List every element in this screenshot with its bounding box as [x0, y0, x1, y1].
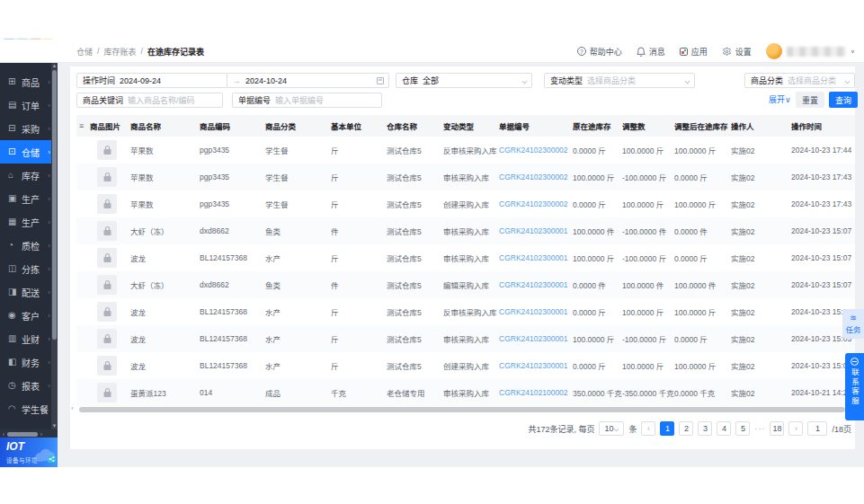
- keyword-input[interactable]: 商品关键词 输入商品名称/编码: [76, 93, 223, 108]
- production2-icon: ▦: [8, 217, 20, 226]
- sidebar-item-orders[interactable]: ▤订单›: [0, 93, 58, 117]
- doc-no-link[interactable]: CGRK24102300001: [499, 307, 573, 316]
- doc-no-link[interactable]: CGRK24102300001: [499, 226, 573, 235]
- sidebar-item-meal[interactable]: ◠学生餐: [0, 397, 58, 420]
- sidebar-item-inventory[interactable]: ⌂库存›: [0, 164, 58, 187]
- doc-no-link[interactable]: CGRK24102300001: [499, 253, 573, 262]
- doc-no-link[interactable]: CGRK24102300001: [499, 361, 573, 370]
- sidebar-item-production2[interactable]: ▦生产›: [0, 210, 58, 234]
- topbar-action-help[interactable]: ?帮助中心: [577, 46, 622, 57]
- breadcrumb-item[interactable]: 仓储: [76, 46, 93, 57]
- page-button-4[interactable]: 4: [717, 421, 731, 436]
- chevron-right-icon: ›: [48, 148, 50, 156]
- iot-banner[interactable]: IOT 设备与环境: [0, 438, 62, 467]
- sidebar-item-finance[interactable]: ◧财务›: [0, 350, 58, 374]
- tasks-floating-button[interactable]: ≋ 任务: [842, 309, 864, 339]
- doc-no-link[interactable]: CGRK24102300002: [499, 146, 573, 155]
- sidebar-item-bizfinance[interactable]: ▥业财›: [0, 327, 58, 350]
- doc-no-input[interactable]: 单据编号 输入单据编号: [232, 93, 382, 108]
- scroll-right-icon[interactable]: ›: [38, 431, 45, 438]
- doc-no-link[interactable]: CGRK24102100002: [499, 388, 573, 397]
- sidebar-item-purchase[interactable]: ⊟采购›: [0, 117, 58, 140]
- chevron-down-icon: [685, 79, 690, 84]
- product-image-placeholder: [97, 356, 117, 376]
- category-select[interactable]: 商品分类 选择商品分类: [744, 73, 855, 88]
- page-button-2[interactable]: 2: [679, 421, 693, 436]
- stock-before-cell: 0.0000 斤: [573, 199, 622, 209]
- scrollbar-thumb[interactable]: [79, 407, 845, 412]
- table-row[interactable]: 大虾（冻）dxd8662鱼类件测试仓库5编辑采购入库CGRK2410230000…: [76, 271, 855, 298]
- change-type-select[interactable]: 变动类型 选择商品分类: [544, 73, 695, 88]
- warehouse-name-cell: 测试仓库5: [387, 333, 443, 344]
- table-horizontal-scrollbar[interactable]: [76, 406, 855, 413]
- doc-no-link[interactable]: CGRK24102300002: [499, 199, 573, 208]
- purchase-icon: ⊟: [8, 124, 20, 133]
- sidebar-item-production[interactable]: ▣生产›: [0, 187, 58, 210]
- scrollbar-thumb[interactable]: [52, 70, 57, 340]
- user-menu[interactable]: ∨: [766, 43, 855, 59]
- topbar-action-apps[interactable]: 应用: [680, 46, 708, 57]
- sidebar-item-delivery[interactable]: ◨配送›: [0, 280, 58, 304]
- table-row[interactable]: 波龙BL124157368水产斤测试仓库5审核采购入库CGRK241023000…: [76, 325, 855, 352]
- page-button-3[interactable]: 3: [698, 421, 712, 436]
- scroll-up-icon[interactable]: ▲: [51, 63, 58, 69]
- table-row[interactable]: 蛋黄派123014成品千克老仓储专用审核采购入库CGRK241021000023…: [76, 379, 855, 406]
- table-row[interactable]: 波龙BL124157368水产斤测试仓库5反审核采购入库CGRK24102300…: [76, 298, 855, 325]
- chevron-right-icon: ›: [48, 172, 50, 180]
- product-name-cell: 苹果数: [130, 145, 200, 155]
- breadcrumb-item[interactable]: 在途库存记录表: [147, 46, 204, 57]
- sidebar-item-report[interactable]: ◷报表›: [0, 374, 58, 397]
- expand-filters-link[interactable]: 展开∨: [769, 93, 791, 105]
- page-button-1[interactable]: 1: [660, 421, 674, 436]
- sidebar-item-sorting[interactable]: ◫分拣›: [0, 257, 58, 280]
- column-settings-icon[interactable]: ≡: [76, 121, 90, 130]
- product-category-cell: 鱼类: [265, 225, 331, 236]
- doc-no-placeholder: 输入单据编号: [275, 94, 324, 106]
- base-unit-cell: 斤: [331, 333, 387, 344]
- table-row[interactable]: 苹果数pgp3435学生餐斤测试仓库5创建采购入库CGRK24102300002…: [76, 190, 855, 217]
- table-row[interactable]: 波龙BL124157368水产斤测试仓库5创建采购入库CGRK241023000…: [76, 352, 855, 379]
- doc-no-link[interactable]: CGRK24102300001: [499, 334, 573, 343]
- adjustment-cell: 100.0000 斤: [622, 306, 674, 317]
- page-button-18[interactable]: 18: [770, 421, 784, 436]
- breadcrumb-item[interactable]: 库存账表: [104, 46, 137, 57]
- topbar-action-bell[interactable]: 消息: [637, 46, 665, 57]
- sidebar-item-customer[interactable]: ◉客户›: [0, 304, 58, 327]
- product-category-cell: 成品: [265, 387, 331, 398]
- sidebar-item-warehouse[interactable]: ⊡仓储›: [0, 140, 58, 164]
- date-from-input[interactable]: 操作时间 2024-09-24: [76, 73, 227, 88]
- sidebar-vertical-scrollbar[interactable]: ▲ ▼: [51, 63, 58, 429]
- per-page-select[interactable]: 10: [599, 421, 624, 436]
- customer-service-floating-button[interactable]: 联系客服: [845, 353, 864, 420]
- table-row[interactable]: 苹果数pgp3435学生餐斤测试仓库5审核采购入库CGRK24102300002…: [76, 164, 855, 190]
- topbar-action-gear[interactable]: 设置: [722, 46, 752, 57]
- table-row[interactable]: 波龙BL124157368水产斤测试仓库5审核采购入库CGRK241023000…: [76, 244, 855, 271]
- doc-no-link[interactable]: CGRK24102300002: [499, 172, 573, 181]
- warehouse-name-cell: 测试仓库5: [387, 199, 443, 209]
- page-jump-input[interactable]: 1: [807, 421, 827, 436]
- page-button-5[interactable]: 5: [735, 421, 750, 436]
- next-page-button[interactable]: ›: [788, 421, 803, 436]
- scrollbar-thumb[interactable]: [7, 432, 38, 437]
- doc-no-link[interactable]: CGRK24102300001: [499, 280, 573, 289]
- table-row[interactable]: 苹果数pgp3435学生餐斤测试仓库5反审核采购入库CGRK2410230000…: [76, 137, 855, 164]
- scroll-down-icon[interactable]: ▼: [51, 423, 58, 429]
- change-type-cell: 审核采购入库: [443, 252, 499, 263]
- customer-icon: ◉: [8, 311, 20, 320]
- table-scroll-left-icon[interactable]: ‹: [71, 404, 74, 412]
- sidebar-item-label: 仓储: [22, 146, 40, 159]
- scroll-left-icon[interactable]: ‹: [0, 431, 7, 438]
- reset-button[interactable]: 重置: [796, 92, 824, 108]
- table-row[interactable]: 大虾（冻）dxd8662鱼类件测试仓库5审核采购入库CGRK2410230000…: [76, 217, 855, 244]
- query-button[interactable]: 查询: [829, 92, 858, 108]
- table-header: ≡商品图片商品名称商品编码商品分类基本单位仓库名称变动类型单据编号原在途库存调整…: [76, 115, 855, 137]
- sidebar-item-quality[interactable]: ◔质检›: [0, 234, 58, 257]
- column-header: 商品名称: [130, 120, 200, 131]
- warehouse-select[interactable]: 仓库 全部: [396, 73, 532, 88]
- sidebar-item-goods[interactable]: ⊞商品›: [0, 70, 58, 93]
- stock-after-cell: 100.0000 斤: [674, 199, 731, 209]
- chevron-down-icon: [614, 427, 619, 432]
- prev-page-button[interactable]: ‹: [641, 421, 655, 436]
- doc-no-label: 单据编号: [238, 94, 271, 106]
- date-to-input[interactable]: → 2024-10-24: [227, 73, 389, 88]
